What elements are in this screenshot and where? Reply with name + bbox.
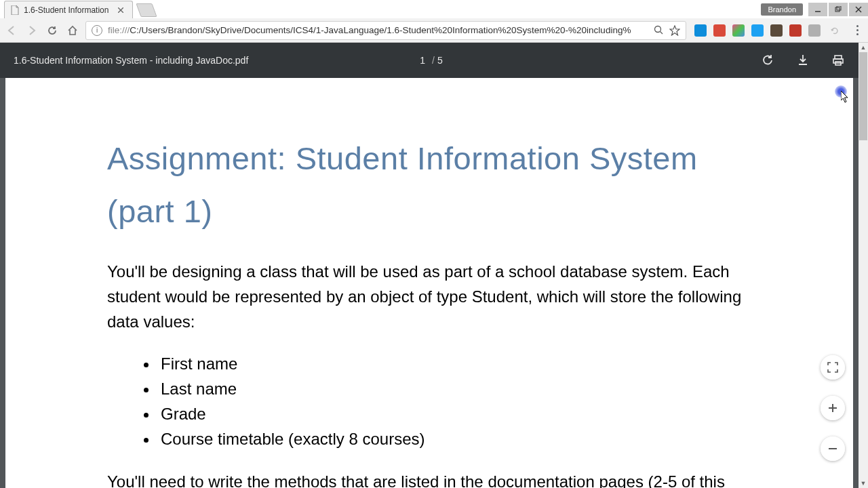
pdf-filename: 1.6-Student Information System - includi… — [14, 55, 248, 66]
minimize-button[interactable] — [808, 3, 827, 16]
zoom-in-button[interactable] — [821, 396, 845, 420]
download-button[interactable] — [796, 54, 810, 67]
svg-rect-10 — [833, 59, 843, 63]
cursor-highlight — [835, 85, 847, 98]
close-tab-button[interactable] — [116, 5, 125, 15]
reload-button[interactable] — [45, 23, 60, 38]
fit-page-button[interactable] — [821, 355, 845, 380]
new-tab-button[interactable] — [136, 3, 157, 17]
url-text: file:///C:/Users/Brandon/SkyDrive/Docume… — [108, 25, 648, 35]
scroll-up-arrow[interactable]: ▲ — [859, 43, 868, 52]
chrome-menu-button[interactable] — [850, 22, 864, 38]
ublock-icon[interactable] — [789, 24, 802, 37]
doc-title: Assignment: Student Information System (… — [107, 132, 751, 237]
address-bar[interactable]: i file:///C:/Users/Brandon/SkyDrive/Docu… — [85, 21, 686, 40]
browser-tab[interactable]: 1.6-Student Information — [4, 1, 133, 18]
close-window-button[interactable] — [849, 3, 868, 16]
page-indicator[interactable]: 1 / 5 — [416, 54, 442, 67]
tab-title: 1.6-Student Information — [24, 5, 112, 15]
bookmark-star-icon[interactable] — [669, 25, 680, 36]
undo-icon[interactable] — [827, 23, 842, 38]
pdf-page: Assignment: Student Information System (… — [5, 78, 853, 488]
print-button[interactable] — [831, 54, 845, 67]
doc-paragraph: You'll need to write the methods that ar… — [107, 469, 751, 488]
maximize-button[interactable] — [829, 3, 848, 16]
forward-button[interactable] — [24, 23, 39, 38]
scroll-thumb[interactable] — [859, 52, 867, 140]
svg-rect-1 — [835, 7, 840, 12]
ext-gray-icon[interactable] — [808, 24, 821, 37]
ext-multi-icon[interactable] — [732, 24, 745, 37]
site-info-icon[interactable]: i — [92, 25, 102, 36]
vertical-scrollbar[interactable]: ▲ ▼ — [859, 43, 868, 488]
ext-crown-icon[interactable] — [770, 24, 783, 37]
home-button[interactable] — [65, 23, 80, 38]
list-item: First name — [158, 351, 751, 376]
list-item: Course timetable (exactly 8 courses) — [158, 426, 751, 451]
svg-point-7 — [654, 26, 660, 33]
back-button[interactable] — [4, 23, 19, 38]
tweetdeck-icon[interactable] — [694, 24, 707, 37]
doc-list: First name Last name Grade Course timeta… — [107, 351, 751, 452]
user-badge[interactable]: Brandon — [761, 3, 803, 16]
file-icon — [10, 5, 20, 15]
ext-red-icon[interactable] — [713, 24, 726, 37]
extension-icons — [692, 23, 845, 38]
zoom-indicator-icon[interactable] — [653, 25, 664, 36]
scroll-down-arrow[interactable]: ▼ — [859, 479, 868, 488]
twitter-icon[interactable] — [751, 24, 764, 37]
list-item: Grade — [158, 401, 751, 426]
svg-rect-2 — [837, 6, 841, 10]
list-item: Last name — [158, 376, 751, 401]
zoom-out-button[interactable] — [821, 436, 845, 461]
svg-line-8 — [660, 32, 663, 35]
doc-paragraph: You'll be designing a class that will be… — [107, 259, 751, 335]
rotate-button[interactable] — [761, 54, 774, 67]
pdf-viewport[interactable]: Assignment: Student Information System (… — [0, 78, 859, 488]
scroll-track[interactable] — [859, 52, 868, 479]
